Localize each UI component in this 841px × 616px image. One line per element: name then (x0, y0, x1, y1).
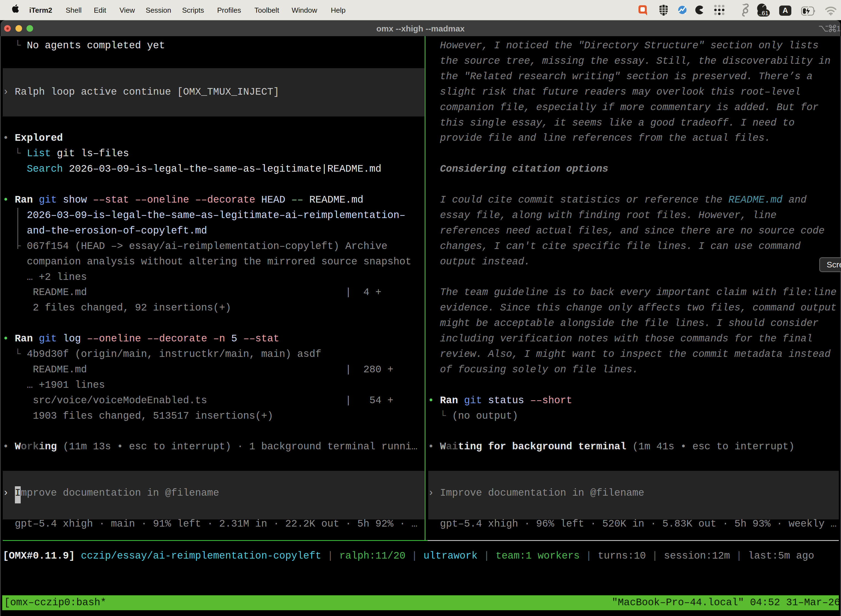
svg-text:..61: ..61 (759, 10, 769, 16)
svg-text:1: 1 (837, 25, 841, 33)
